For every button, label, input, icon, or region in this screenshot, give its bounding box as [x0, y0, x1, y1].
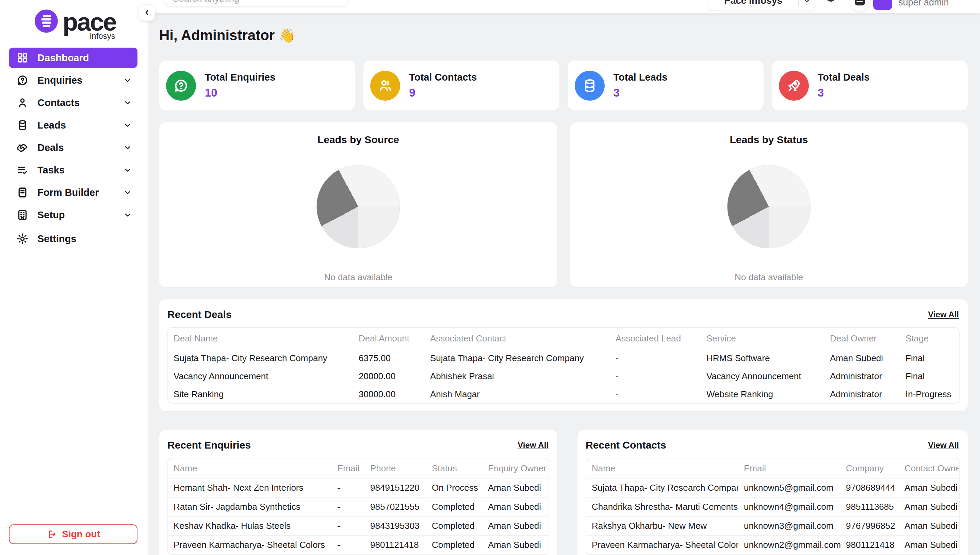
chevron-down-icon: [123, 143, 132, 152]
table-cell: unknown4@gmail.com: [738, 497, 840, 517]
sidebar-item-label: Dashboard: [37, 52, 89, 64]
table-cell: Administrator: [824, 367, 900, 385]
gear-icon: [16, 233, 29, 245]
inbox-button[interactable]: [850, 0, 870, 11]
notification-bell-icon[interactable]: [826, 0, 835, 3]
stat-value: 10: [205, 87, 275, 99]
table-row[interactable]: Site Ranking30000.00Anish Magar-Website …: [168, 385, 959, 403]
sidebar-item-leads[interactable]: Leads: [9, 115, 138, 135]
sign-out-label: Sign out: [62, 529, 100, 540]
table-cell: 9857021555: [365, 497, 426, 517]
table-header-row: Deal NameDeal AmountAssociated ContactAs…: [168, 328, 959, 349]
user-role-label: super admin: [898, 0, 949, 8]
chevron-down-icon: [123, 188, 132, 197]
sidebar-item-enquiries[interactable]: Enquiries: [9, 70, 138, 90]
table-cell: Vacancy Announcement: [168, 367, 353, 385]
sidebar-item-settings[interactable]: Settings: [9, 229, 138, 249]
table-cell: Aman Subedi: [482, 536, 548, 555]
search-input[interactable]: [164, 0, 349, 7]
table-cell: Aman Subedi: [899, 478, 959, 497]
table-cell: Completed: [426, 536, 482, 555]
table-cell: 9767996852: [840, 517, 899, 536]
sidebar-item-form-builder[interactable]: Form Builder: [9, 182, 138, 203]
sidebar-item-deals[interactable]: Deals: [9, 137, 138, 158]
sidebar-item-label: Setup: [37, 210, 65, 221]
column-header: Contact Owner: [899, 459, 959, 478]
recent-enquiries-table: NameEmailPhoneStatusEnquiry OwnerHemant …: [167, 458, 549, 555]
table-row[interactable]: Praveen Karmacharya- Sheetal Colorsunkno…: [586, 536, 959, 555]
table-cell: 9801121418: [365, 536, 426, 555]
document-icon: [16, 186, 29, 199]
table-cell: Aman Subedi: [824, 349, 900, 367]
column-header: Phone: [365, 459, 426, 478]
data-table: Deal NameDeal AmountAssociated ContactAs…: [168, 328, 959, 403]
column-header: Company: [840, 459, 899, 478]
user-avatar[interactable]: [873, 0, 892, 10]
table-row[interactable]: Sujata Thapa- City Research Company6375.…: [168, 349, 959, 367]
stat-label: Total Contacts: [409, 72, 477, 83]
divider: [798, 0, 798, 6]
workspace-selector[interactable]: Pace Infosys: [708, 0, 815, 11]
view-all-enquiries-link[interactable]: View All: [517, 440, 548, 450]
table-row[interactable]: Vacancy Announcement20000.00Abhishek Pra…: [168, 367, 959, 385]
data-table: NameEmailPhoneStatusEnquiry OwnerHemant …: [168, 459, 548, 554]
sidebar-item-dashboard[interactable]: Dashboard: [9, 48, 138, 68]
sidebar-item-label: Form Builder: [37, 187, 99, 198]
table-row[interactable]: Praveen Karmacharya- Sheetal Colors-9801…: [168, 536, 548, 555]
chevron-down-icon: [123, 76, 132, 85]
table-cell: 9801121418: [840, 536, 899, 555]
table-cell: Aman Subedi: [482, 517, 548, 536]
table-cell: 30000.00: [353, 385, 425, 403]
sidebar-item-label: Tasks: [37, 165, 65, 176]
table-cell: Anish Magar: [425, 385, 610, 403]
table-cell: Aman Subedi: [899, 517, 959, 536]
sidebar: pace infosys DashboardEnquiriesContactsL…: [0, 0, 146, 555]
recent-contacts-table: NameEmailCompanyContact OwnerSujata Thap…: [586, 458, 959, 555]
table-cell: In-Progress: [900, 385, 959, 403]
sidebar-item-label: Settings: [37, 233, 76, 244]
table-cell: Ratan Sir- Jagdamba Synthetics: [168, 497, 332, 517]
sidebar-nav: DashboardEnquiriesContactsLeadsDealsTask…: [9, 48, 138, 251]
view-all-deals-link[interactable]: View All: [928, 310, 959, 319]
chevron-down-icon: [123, 98, 132, 107]
column-header: Email: [738, 459, 840, 478]
chevron-down-icon: [803, 0, 811, 5]
chart-card-leads-by-source: Leads by SourceNo data available: [159, 122, 557, 287]
sidebar-item-label: Leads: [37, 120, 66, 131]
inbox-icon: [855, 0, 865, 5]
table-cell: unknown3@gmail.com: [738, 517, 840, 536]
table-row[interactable]: Sujata Thapa- City Research Companyunkno…: [586, 478, 959, 497]
table-row[interactable]: Rakshya Okharbu- New Mewunknown3@gmail.c…: [586, 517, 959, 536]
stat-card-total-contacts: Total Contacts9: [363, 61, 559, 111]
brand-logo: pace infosys: [0, 0, 146, 40]
sidebar-collapse-button[interactable]: [139, 5, 155, 21]
sidebar-item-label: Contacts: [37, 97, 80, 109]
column-header: Associated Contact: [425, 328, 610, 349]
table-cell: Rakshya Okharbu- New Mew: [586, 517, 738, 536]
table-row[interactable]: Hemant Shah- Next Zen Interiors-98491512…: [168, 478, 548, 497]
recent-deals-table: Deal NameDeal AmountAssociated ContactAs…: [167, 327, 959, 404]
stat-cards-row: Total Enquiries10Total Contacts9Total Le…: [159, 61, 968, 111]
table-header-row: NameEmailPhoneStatusEnquiry Owner: [168, 459, 548, 478]
recent-enquiries-section: Recent Enquiries View All NameEmailPhone…: [159, 430, 557, 555]
table-cell: Vacancy Announcement: [701, 367, 824, 385]
sign-out-button[interactable]: Sign out: [9, 525, 138, 544]
table-row[interactable]: Ratan Sir- Jagdamba Synthetics-985702155…: [168, 497, 548, 517]
table-row[interactable]: Chandrika Shrestha- Maruti Cementsunknow…: [586, 497, 959, 517]
table-cell: Final: [900, 367, 959, 385]
sidebar-item-setup[interactable]: Setup: [9, 205, 138, 225]
view-all-contacts-link[interactable]: View All: [928, 440, 959, 450]
person-icon: [16, 96, 29, 109]
column-header: Email: [332, 459, 365, 478]
table-row[interactable]: Keshav Khadka- Hulas Steels-9843195303Co…: [168, 517, 548, 536]
sidebar-item-label: Enquiries: [37, 75, 82, 86]
chart-title: Leads by Status: [570, 122, 968, 146]
table-cell: Keshav Khadka- Hulas Steels: [168, 517, 332, 536]
sidebar-item-contacts[interactable]: Contacts: [9, 93, 138, 113]
stat-value: 3: [818, 87, 870, 99]
table-cell: -: [610, 367, 701, 385]
table-cell: -: [332, 478, 365, 497]
chevron-down-icon: [123, 210, 132, 219]
table-cell: 20000.00: [353, 367, 425, 385]
sidebar-item-tasks[interactable]: Tasks: [9, 160, 138, 180]
